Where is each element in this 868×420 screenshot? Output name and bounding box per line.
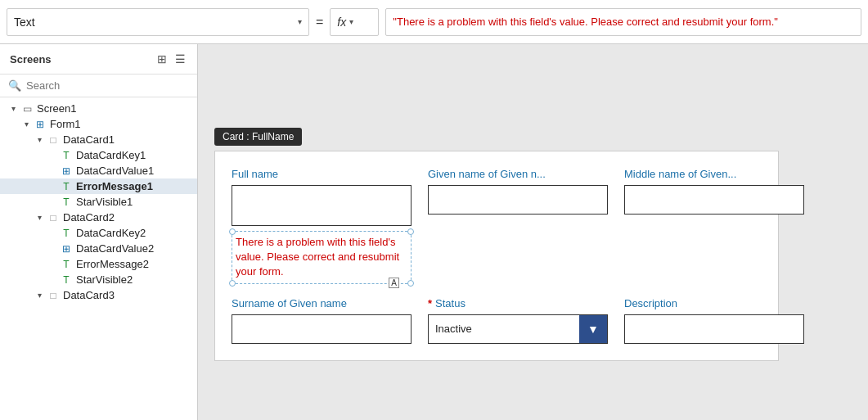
tree-label-starvisible2: StarVisible2 bbox=[76, 273, 133, 286]
tree-icon-datacardvalue2: ⊞ bbox=[59, 243, 74, 255]
full-name-wrapper: There is a problem with this field's val… bbox=[232, 185, 412, 284]
tree-label-errormessage2: ErrorMessage2 bbox=[76, 258, 149, 270]
fx-label: fx bbox=[337, 16, 346, 29]
field-surname: Surname of Given name bbox=[232, 297, 412, 344]
tree-icon-starvisible1: T bbox=[59, 196, 74, 208]
error-label-a: A bbox=[389, 278, 399, 288]
sidebar-item-errormessage2[interactable]: TErrorMessage2 bbox=[0, 256, 197, 272]
field-middle-name: Middle name of Given... bbox=[624, 168, 804, 284]
toolbar: Text ▾ = fx ▾ "There is a problem with t… bbox=[0, 0, 868, 44]
field-description: Description bbox=[624, 297, 804, 344]
fx-button[interactable]: fx ▾ bbox=[330, 8, 379, 36]
sidebar-item-datacardvalue1[interactable]: ⊞DataCardValue1 bbox=[0, 163, 197, 178]
formula-bar[interactable]: "There is a problem with this field's va… bbox=[385, 8, 861, 36]
tree-label-datacard1: DataCard1 bbox=[63, 133, 115, 146]
error-message-box[interactable]: There is a problem with this field's val… bbox=[232, 231, 412, 284]
sidebar-item-screen1[interactable]: ▾▭Screen1 bbox=[0, 101, 197, 116]
sidebar-search-bar: 🔍 bbox=[0, 75, 197, 97]
form-grid: Full name There is a problem with this f… bbox=[232, 168, 762, 344]
tree-label-datacard3: DataCard3 bbox=[63, 289, 115, 301]
canvas-area: Card : FullName Full name There is a pro… bbox=[198, 44, 868, 420]
resize-handle-bl[interactable] bbox=[229, 280, 236, 287]
surname-input[interactable] bbox=[232, 314, 412, 344]
resize-handle-br[interactable] bbox=[407, 280, 414, 287]
error-text: There is a problem with this field's val… bbox=[236, 236, 399, 278]
tree-toggle-datacard2[interactable]: ▾ bbox=[33, 213, 46, 222]
tree-icon-datacardkey1: T bbox=[59, 150, 74, 161]
tree-label-datacardvalue1: DataCardValue1 bbox=[76, 165, 154, 177]
search-input[interactable] bbox=[26, 79, 189, 92]
chevron-down-icon: ▼ bbox=[587, 323, 599, 336]
resize-handle-tl[interactable] bbox=[229, 228, 236, 235]
tree-icon-datacard1: □ bbox=[46, 134, 61, 146]
sidebar-item-form1[interactable]: ▾⊞Form1 bbox=[0, 116, 197, 132]
sidebar-item-datacardvalue2[interactable]: ⊞DataCardValue2 bbox=[0, 241, 197, 256]
field-full-name: Full name There is a problem with this f… bbox=[232, 168, 412, 284]
formula-text: "There is a problem with this field's va… bbox=[393, 16, 778, 28]
sidebar: Screens ⊞ ☰ 🔍 ▾▭Screen1▾⊞Form1▾□DataCard… bbox=[0, 44, 198, 420]
card-tooltip: Card : FullName bbox=[214, 128, 302, 146]
tree-icon-datacardkey2: T bbox=[59, 228, 74, 239]
status-value: Inactive bbox=[429, 323, 579, 335]
tree-icon-form1: ⊞ bbox=[33, 119, 47, 130]
tree-icon-errormessage1: T bbox=[59, 181, 74, 192]
sidebar-item-datacard1[interactable]: ▾□DataCard1 bbox=[0, 132, 197, 147]
field-full-name-label: Full name bbox=[232, 168, 412, 180]
resize-handle-tr[interactable] bbox=[407, 228, 414, 235]
field-status-label: * Status bbox=[428, 297, 608, 309]
tree-label-datacardkey1: DataCardKey1 bbox=[76, 149, 146, 161]
tree-icon-starvisible2: T bbox=[59, 274, 74, 286]
sidebar-item-datacardkey2[interactable]: TDataCardKey2 bbox=[0, 225, 197, 241]
sidebar-view-icons: ⊞ ☰ bbox=[155, 51, 187, 67]
tree-toggle-datacard3[interactable]: ▾ bbox=[33, 291, 46, 300]
tree-icon-errormessage2: T bbox=[59, 259, 74, 270]
tree-label-datacard2: DataCard2 bbox=[63, 211, 115, 224]
field-surname-label: Surname of Given name bbox=[232, 297, 412, 309]
equals-symbol: = bbox=[316, 15, 323, 29]
sidebar-item-datacard3[interactable]: ▾□DataCard3 bbox=[0, 287, 197, 303]
fx-arrow: ▾ bbox=[349, 17, 353, 26]
grid-view-icon[interactable]: ⊞ bbox=[155, 51, 169, 67]
sidebar-item-starvisible1[interactable]: TStarVisible1 bbox=[0, 194, 197, 210]
tree-icon-datacardvalue1: ⊞ bbox=[59, 165, 74, 177]
sidebar-item-starvisible2[interactable]: TStarVisible2 bbox=[0, 272, 197, 287]
property-dropdown-arrow: ▾ bbox=[298, 17, 302, 26]
field-given-name: Given name of Given n... bbox=[428, 168, 608, 284]
tree-toggle-datacard1[interactable]: ▾ bbox=[33, 135, 46, 144]
sidebar-header: Screens ⊞ ☰ bbox=[0, 44, 197, 75]
property-dropdown-value: Text bbox=[14, 16, 298, 29]
tree-label-datacardvalue2: DataCardValue2 bbox=[76, 242, 154, 255]
list-view-icon[interactable]: ☰ bbox=[173, 51, 187, 67]
field-description-label: Description bbox=[624, 297, 804, 309]
property-dropdown[interactable]: Text ▾ bbox=[7, 8, 309, 36]
tree-icon-datacard2: □ bbox=[46, 212, 61, 224]
tree-toggle-form1[interactable]: ▾ bbox=[20, 120, 33, 129]
field-status: * Status Inactive ▼ bbox=[428, 297, 608, 344]
tree-toggle-screen1[interactable]: ▾ bbox=[7, 104, 20, 113]
form-canvas: Card : FullName Full name There is a pro… bbox=[214, 134, 852, 420]
field-given-name-label: Given name of Given n... bbox=[428, 168, 608, 180]
status-dropdown-btn[interactable]: ▼ bbox=[579, 315, 607, 343]
tree-icon-screen1: ▭ bbox=[20, 103, 34, 115]
status-dropdown[interactable]: Inactive ▼ bbox=[428, 314, 608, 344]
description-input[interactable] bbox=[624, 314, 804, 344]
sidebar-title: Screens bbox=[10, 53, 52, 65]
given-name-input[interactable] bbox=[428, 185, 608, 215]
main-layout: Screens ⊞ ☰ 🔍 ▾▭Screen1▾⊞Form1▾□DataCard… bbox=[0, 44, 868, 420]
sidebar-tree: ▾▭Screen1▾⊞Form1▾□DataCard1TDataCardKey1… bbox=[0, 97, 197, 420]
middle-name-input[interactable] bbox=[624, 185, 804, 215]
sidebar-item-datacardkey1[interactable]: TDataCardKey1 bbox=[0, 147, 197, 163]
tree-icon-datacard3: □ bbox=[46, 290, 61, 301]
search-icon: 🔍 bbox=[8, 79, 21, 92]
required-star: * bbox=[428, 297, 432, 309]
tree-label-form1: Form1 bbox=[50, 118, 81, 130]
tree-label-screen1: Screen1 bbox=[37, 102, 76, 115]
sidebar-item-errormessage1[interactable]: TErrorMessage1 bbox=[0, 178, 197, 194]
field-middle-name-label: Middle name of Given... bbox=[624, 168, 804, 180]
sidebar-item-datacard2[interactable]: ▾□DataCard2 bbox=[0, 210, 197, 225]
tree-label-errormessage1: ErrorMessage1 bbox=[76, 180, 153, 192]
full-name-input[interactable] bbox=[232, 185, 412, 226]
tree-label-datacardkey2: DataCardKey2 bbox=[76, 227, 146, 239]
tree-label-starvisible1: StarVisible1 bbox=[76, 196, 133, 208]
form-card: Full name There is a problem with this f… bbox=[214, 151, 779, 361]
